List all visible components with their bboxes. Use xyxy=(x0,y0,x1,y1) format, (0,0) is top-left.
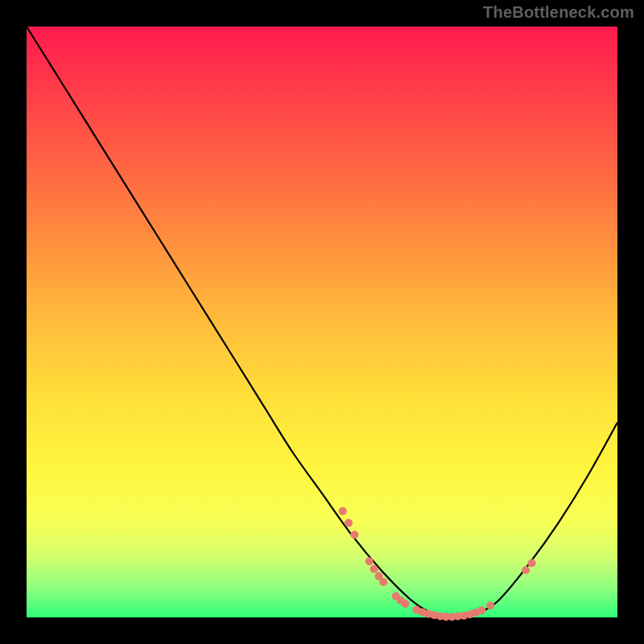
curve-marker xyxy=(477,606,485,614)
curve-marker xyxy=(370,565,378,573)
curve-marker xyxy=(486,601,494,609)
curve-marker xyxy=(528,559,536,568)
watermark-text: TheBottleneck.com xyxy=(483,3,634,22)
curve-marker xyxy=(365,557,374,565)
curve-marker xyxy=(339,507,347,515)
chart-svg xyxy=(27,27,617,617)
curve-marker xyxy=(345,519,353,527)
chart-frame: TheBottleneck.com xyxy=(0,0,644,644)
curve-marker xyxy=(402,600,410,608)
curve-marker xyxy=(350,530,358,539)
curve-marker xyxy=(379,578,387,586)
curve-markers xyxy=(339,507,536,621)
bottleneck-curve xyxy=(27,27,617,618)
curve-marker xyxy=(522,566,530,574)
